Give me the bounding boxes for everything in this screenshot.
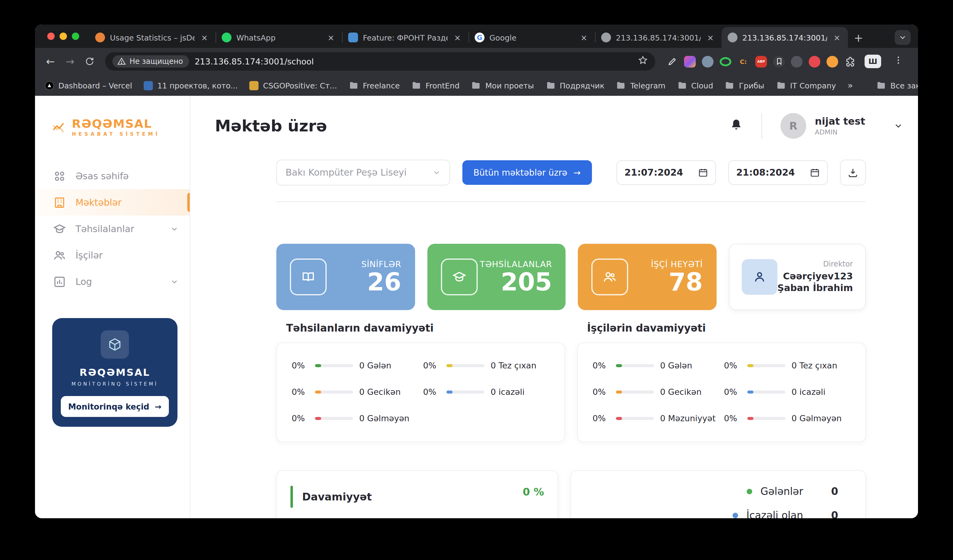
tab-close-icon[interactable]: × bbox=[200, 33, 210, 42]
tab-school-active[interactable]: 213.136.85.174:3001/sc × bbox=[722, 27, 848, 48]
profile-avatar[interactable]: Ш bbox=[865, 55, 881, 68]
users-icon bbox=[53, 249, 66, 261]
reload-icon bbox=[85, 56, 95, 66]
tab-close-icon[interactable]: × bbox=[832, 33, 842, 42]
chevron-down-icon bbox=[170, 277, 178, 286]
vercel-favicon: ▲ bbox=[45, 81, 54, 90]
minimize-window-button[interactable] bbox=[60, 33, 67, 40]
tab-close-icon[interactable]: × bbox=[579, 33, 589, 42]
grid-icon bbox=[53, 170, 66, 182]
bookmark-label: FrontEnd bbox=[425, 81, 459, 90]
sidebar-item-schools[interactable]: Məktəblər bbox=[35, 189, 190, 216]
bookmark-folder-contractor[interactable]: Подрядчик bbox=[546, 81, 605, 90]
all-bookmarks-button[interactable]: Все закладки bbox=[876, 81, 918, 90]
green-accent-bar bbox=[290, 486, 293, 508]
monitoring-link-button[interactable]: Monitorinqə keçid → bbox=[61, 396, 169, 417]
tab-feature[interactable]: Feature: ФРОНТ Разде × bbox=[342, 27, 469, 48]
bookmark-dashboard-vercel[interactable]: ▲ Dashboard – Vercel bbox=[45, 81, 132, 90]
bookmark-folder-my-projects[interactable]: Мои проеты bbox=[471, 81, 534, 90]
folder-icon bbox=[725, 81, 735, 90]
globe-favicon bbox=[601, 33, 611, 42]
browser-window: Usage Statistics – jsDeli × WhatsApp × F… bbox=[35, 25, 918, 518]
staff-stat-card: İŞÇİ HEYƏTİ 78 bbox=[578, 244, 716, 310]
bookmark-label: Мои проеты bbox=[486, 81, 534, 90]
bookmark-extension-icon[interactable] bbox=[773, 56, 785, 67]
brand-subtitle: HESABAT SİSTEMİ bbox=[72, 132, 160, 137]
stat-value: 78 bbox=[651, 269, 703, 295]
adguard-extension-icon[interactable] bbox=[720, 57, 731, 66]
chevron-down-icon bbox=[898, 33, 907, 42]
bookmark-folder-it-company[interactable]: IT Company bbox=[776, 81, 836, 90]
tab-google[interactable]: G Google × bbox=[469, 27, 595, 48]
content-area: Bakı Kompüter Peşə Liseyi Bütün məktəblə… bbox=[276, 160, 866, 518]
sidebar-item-students[interactable]: Təhsilalanlar bbox=[35, 216, 190, 242]
tab-close-icon[interactable]: × bbox=[326, 33, 336, 42]
extensions-puzzle-icon[interactable] bbox=[844, 56, 856, 67]
tab-close-icon[interactable]: × bbox=[453, 33, 463, 42]
flake-extension-icon[interactable] bbox=[702, 56, 714, 67]
open-book-icon bbox=[290, 259, 327, 295]
app-sidebar: RƏQƏMSAL HESABAT SİSTEMİ Əsas səhifə Mək… bbox=[35, 96, 190, 518]
new-tab-button[interactable]: + bbox=[849, 28, 868, 47]
bookmark-folder-freelance[interactable]: Freelance bbox=[349, 81, 400, 90]
progress-bar bbox=[616, 364, 654, 367]
director-card: Direktor Cəərçiyev123 Şaban İbrahim bbox=[729, 244, 866, 310]
monitoring-promo-card: RƏQƏMSAL MONİTORİNQ SİSTEMİ Monitorinqə … bbox=[52, 318, 177, 427]
bookmark-folder-frontend[interactable]: FrontEnd bbox=[411, 81, 459, 90]
tab-whatsapp[interactable]: WhatsApp × bbox=[216, 27, 342, 48]
browser-menu-icon[interactable] bbox=[890, 55, 907, 68]
zoom-window-button[interactable] bbox=[72, 33, 79, 40]
tab-title: 213.136.85.174:3001/m bbox=[616, 33, 701, 42]
sidebar-item-home[interactable]: Əsas səhifə bbox=[35, 163, 190, 189]
users-icon bbox=[591, 259, 628, 295]
download-button[interactable] bbox=[840, 160, 866, 185]
tab-monitoring[interactable]: 213.136.85.174:3001/m × bbox=[595, 27, 722, 48]
user-avatar[interactable]: R bbox=[781, 113, 806, 139]
globe-extension-icon[interactable] bbox=[791, 56, 802, 67]
palette-extension-icon[interactable] bbox=[684, 56, 696, 67]
back-button[interactable]: ← bbox=[41, 52, 60, 71]
bookmark-csgopositive[interactable]: CSGOPositive: Ст... bbox=[250, 81, 337, 90]
security-label: Не защищено bbox=[130, 57, 183, 66]
folder-icon bbox=[776, 81, 786, 90]
school-select[interactable]: Bakı Kompüter Peşə Liseyi bbox=[276, 160, 450, 185]
reload-button[interactable] bbox=[81, 52, 99, 71]
stat-value: 26 bbox=[362, 269, 401, 295]
lightshot-extension-icon[interactable] bbox=[809, 56, 820, 67]
sidebar-item-log[interactable]: Log bbox=[35, 268, 190, 295]
progress-bar bbox=[446, 390, 484, 393]
progress-bar bbox=[616, 417, 654, 420]
brand-title: RƏQƏMSAL bbox=[72, 118, 160, 130]
forward-button[interactable]: → bbox=[61, 52, 79, 71]
bookmark-star-icon[interactable] bbox=[638, 55, 648, 68]
all-schools-button[interactable]: Bütün məktəblər üzrə → bbox=[463, 160, 591, 185]
address-bar[interactable]: Не защищено 213.136.85.174:3001/school bbox=[105, 52, 655, 71]
tab-usage-statistics[interactable]: Usage Statistics – jsDeli × bbox=[89, 27, 216, 48]
tab-title: 213.136.85.174:3001/sc bbox=[742, 33, 827, 42]
url-text[interactable]: 213.136.85.174:3001/school bbox=[195, 56, 632, 66]
date-to-input[interactable]: 21:08:2024 bbox=[728, 160, 828, 185]
bookmarks-overflow-icon[interactable]: » bbox=[848, 81, 853, 90]
folder-icon bbox=[616, 81, 626, 90]
moon-extension-icon[interactable] bbox=[827, 56, 838, 67]
user-info[interactable]: nijat test ADMIN bbox=[815, 115, 865, 137]
graduation-cap-icon bbox=[53, 223, 66, 235]
pen-extension-icon[interactable] bbox=[666, 56, 678, 67]
progress-bar bbox=[315, 390, 353, 393]
security-chip[interactable]: Не защищено bbox=[112, 55, 189, 68]
tab-search-button[interactable] bbox=[895, 30, 911, 45]
tab-close-icon[interactable]: × bbox=[706, 33, 716, 42]
folder-icon bbox=[546, 81, 556, 90]
sidebar-item-workers[interactable]: İşçilər bbox=[35, 242, 190, 268]
adblock-plus-extension-icon[interactable]: ABP bbox=[755, 56, 767, 67]
bookmark-folder-mushrooms[interactable]: Грибы bbox=[725, 81, 765, 90]
date-from-value: 21:07:2024 bbox=[624, 167, 683, 178]
colorzilla-extension-icon[interactable]: C: bbox=[737, 56, 749, 67]
date-from-input[interactable]: 21:07:2024 bbox=[616, 160, 716, 185]
bookmark-projects[interactable]: 11 проектов, кото... bbox=[144, 81, 237, 90]
bookmark-folder-cloud[interactable]: Cloud bbox=[677, 81, 713, 90]
close-window-button[interactable] bbox=[47, 33, 55, 40]
bookmark-folder-telegram[interactable]: Telegram bbox=[616, 81, 666, 90]
header-divider bbox=[761, 113, 762, 139]
notifications-bell-icon[interactable] bbox=[729, 118, 743, 134]
